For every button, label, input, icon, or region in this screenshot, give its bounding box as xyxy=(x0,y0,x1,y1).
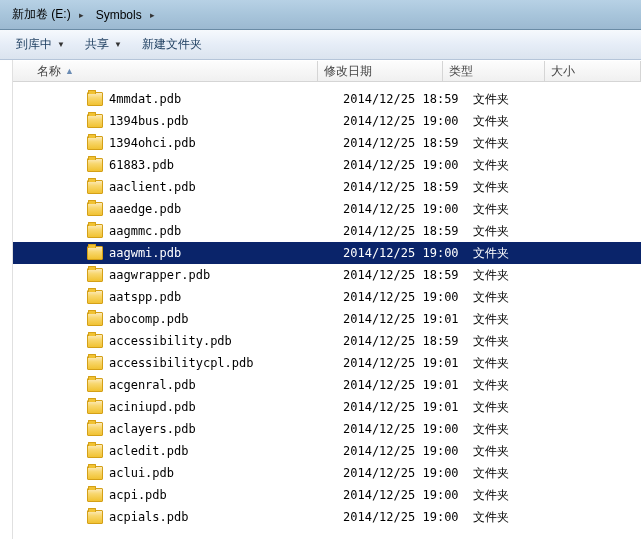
file-name-cell: aatspp.pdb xyxy=(13,290,343,304)
column-header-date[interactable]: 修改日期 xyxy=(318,61,443,81)
file-type-cell: 文件夹 xyxy=(473,113,573,130)
file-name-label: accessibility.pdb xyxy=(109,334,232,348)
column-date-label: 修改日期 xyxy=(324,63,372,80)
file-date-cell: 2014/12/25 19:01 xyxy=(343,356,473,370)
breadcrumb-folder[interactable]: Symbols ▸ xyxy=(92,6,163,24)
column-name-label: 名称 xyxy=(37,63,61,80)
file-type-cell: 文件夹 xyxy=(473,421,573,438)
file-row[interactable]: 1394ohci.pdb2014/12/25 18:59文件夹 xyxy=(13,132,641,154)
file-date-cell: 2014/12/25 19:00 xyxy=(343,246,473,260)
file-row[interactable]: 4mmdat.pdb2014/12/25 18:59文件夹 xyxy=(13,88,641,110)
column-size-label: 大小 xyxy=(551,63,575,80)
file-type-cell: 文件夹 xyxy=(473,245,573,262)
file-name-label: acgenral.pdb xyxy=(109,378,196,392)
file-row[interactable]: acpi.pdb2014/12/25 19:00文件夹 xyxy=(13,484,641,506)
folder-icon xyxy=(87,158,103,172)
file-row[interactable]: aagmmc.pdb2014/12/25 18:59文件夹 xyxy=(13,220,641,242)
sort-ascending-icon: ▲ xyxy=(65,66,74,76)
folder-icon xyxy=(87,202,103,216)
file-type-cell: 文件夹 xyxy=(473,355,573,372)
chevron-down-icon: ▼ xyxy=(57,40,65,49)
file-row[interactable]: abocomp.pdb2014/12/25 19:01文件夹 xyxy=(13,308,641,330)
file-row[interactable]: 1394bus.pdb2014/12/25 19:00文件夹 xyxy=(13,110,641,132)
file-type-cell: 文件夹 xyxy=(473,465,573,482)
file-row[interactable]: acpials.pdb2014/12/25 19:00文件夹 xyxy=(13,506,641,528)
chevron-right-icon[interactable]: ▸ xyxy=(150,10,155,20)
nav-pane[interactable] xyxy=(0,60,13,539)
file-type-cell: 文件夹 xyxy=(473,487,573,504)
file-name-label: 1394ohci.pdb xyxy=(109,136,196,150)
file-name-cell: aclui.pdb xyxy=(13,466,343,480)
address-bar[interactable]: 新加卷 (E:) ▸ Symbols ▸ xyxy=(0,0,641,30)
file-date-cell: 2014/12/25 19:00 xyxy=(343,466,473,480)
file-name-cell: aaclient.pdb xyxy=(13,180,343,194)
folder-icon xyxy=(87,510,103,524)
include-in-library-button[interactable]: 到库中 ▼ xyxy=(8,33,73,56)
file-row[interactable]: 61883.pdb2014/12/25 19:00文件夹 xyxy=(13,154,641,176)
file-name-cell: aciniupd.pdb xyxy=(13,400,343,414)
toolbar-library-label: 到库中 xyxy=(16,36,52,53)
file-name-label: 4mmdat.pdb xyxy=(109,92,181,106)
file-name-label: aagwmi.pdb xyxy=(109,246,181,260)
file-date-cell: 2014/12/25 19:01 xyxy=(343,400,473,414)
file-name-label: aagwrapper.pdb xyxy=(109,268,210,282)
file-name-label: aagmmc.pdb xyxy=(109,224,181,238)
file-row[interactable]: acgenral.pdb2014/12/25 19:01文件夹 xyxy=(13,374,641,396)
file-list[interactable]: 4mmdat.pdb2014/12/25 18:59文件夹1394bus.pdb… xyxy=(13,82,641,528)
file-type-cell: 文件夹 xyxy=(473,267,573,284)
file-row[interactable]: accessibility.pdb2014/12/25 18:59文件夹 xyxy=(13,330,641,352)
file-name-cell: acgenral.pdb xyxy=(13,378,343,392)
file-date-cell: 2014/12/25 19:00 xyxy=(343,510,473,524)
file-name-cell: aclayers.pdb xyxy=(13,422,343,436)
column-header-size[interactable]: 大小 xyxy=(545,61,641,81)
folder-icon xyxy=(87,224,103,238)
folder-icon xyxy=(87,268,103,282)
file-type-cell: 文件夹 xyxy=(473,311,573,328)
column-header-name[interactable]: 名称 ▲ xyxy=(13,61,318,81)
file-row[interactable]: aaclient.pdb2014/12/25 18:59文件夹 xyxy=(13,176,641,198)
file-type-cell: 文件夹 xyxy=(473,135,573,152)
folder-icon xyxy=(87,246,103,260)
file-name-label: 61883.pdb xyxy=(109,158,174,172)
chevron-down-icon: ▼ xyxy=(114,40,122,49)
file-list-pane[interactable]: 名称 ▲ 修改日期 类型 大小 4mmdat.pdb2014/12/25 18:… xyxy=(13,60,641,539)
file-date-cell: 2014/12/25 19:00 xyxy=(343,158,473,172)
file-row[interactable]: aagwmi.pdb2014/12/25 19:00文件夹 xyxy=(13,242,641,264)
toolbar-share-label: 共享 xyxy=(85,36,109,53)
file-type-cell: 文件夹 xyxy=(473,333,573,350)
folder-icon xyxy=(87,488,103,502)
breadcrumb-drive[interactable]: 新加卷 (E:) ▸ xyxy=(8,4,92,25)
file-name-cell: abocomp.pdb xyxy=(13,312,343,326)
chevron-right-icon[interactable]: ▸ xyxy=(79,10,84,20)
file-row[interactable]: aclayers.pdb2014/12/25 19:00文件夹 xyxy=(13,418,641,440)
file-date-cell: 2014/12/25 19:00 xyxy=(343,290,473,304)
toolbar: 到库中 ▼ 共享 ▼ 新建文件夹 xyxy=(0,30,641,60)
file-name-cell: acpi.pdb xyxy=(13,488,343,502)
file-row[interactable]: acledit.pdb2014/12/25 19:00文件夹 xyxy=(13,440,641,462)
share-button[interactable]: 共享 ▼ xyxy=(77,33,130,56)
file-row[interactable]: aatspp.pdb2014/12/25 19:00文件夹 xyxy=(13,286,641,308)
file-name-label: aatspp.pdb xyxy=(109,290,181,304)
file-row[interactable]: aaedge.pdb2014/12/25 19:00文件夹 xyxy=(13,198,641,220)
file-date-cell: 2014/12/25 19:01 xyxy=(343,378,473,392)
file-name-cell: 4mmdat.pdb xyxy=(13,92,343,106)
file-name-cell: 61883.pdb xyxy=(13,158,343,172)
new-folder-button[interactable]: 新建文件夹 xyxy=(134,33,210,56)
file-name-cell: aagwrapper.pdb xyxy=(13,268,343,282)
file-row[interactable]: accessibilitycpl.pdb2014/12/25 19:01文件夹 xyxy=(13,352,641,374)
file-row[interactable]: aciniupd.pdb2014/12/25 19:01文件夹 xyxy=(13,396,641,418)
file-type-cell: 文件夹 xyxy=(473,509,573,526)
file-row[interactable]: aagwrapper.pdb2014/12/25 18:59文件夹 xyxy=(13,264,641,286)
file-name-cell: accessibilitycpl.pdb xyxy=(13,356,343,370)
file-name-cell: 1394ohci.pdb xyxy=(13,136,343,150)
file-row[interactable]: aclui.pdb2014/12/25 19:00文件夹 xyxy=(13,462,641,484)
file-date-cell: 2014/12/25 19:00 xyxy=(343,114,473,128)
file-type-cell: 文件夹 xyxy=(473,443,573,460)
file-date-cell: 2014/12/25 18:59 xyxy=(343,92,473,106)
file-name-cell: acpials.pdb xyxy=(13,510,343,524)
folder-icon xyxy=(87,356,103,370)
file-name-label: aciniupd.pdb xyxy=(109,400,196,414)
file-name-label: aclui.pdb xyxy=(109,466,174,480)
column-header-type[interactable]: 类型 xyxy=(443,61,545,81)
file-name-cell: 1394bus.pdb xyxy=(13,114,343,128)
